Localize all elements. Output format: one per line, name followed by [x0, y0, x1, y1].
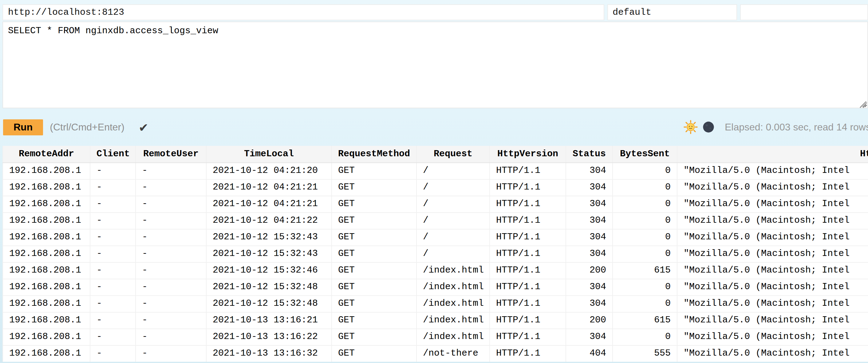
cell-bytessent: 0 [613, 329, 677, 345]
cell-client: - [90, 295, 135, 312]
cell-client: - [90, 162, 135, 179]
table-row: 192.168.208.1--2021-10-12 04:21:21GET/HT… [3, 196, 868, 212]
cell-request: / [416, 229, 490, 246]
cell-remoteuser: - [135, 295, 206, 312]
cell-client: - [90, 279, 135, 295]
cell-request: / [416, 212, 490, 229]
cell-request: / [416, 179, 490, 196]
cell-remoteuser: - [135, 246, 206, 262]
cell-requestmethod: GET [332, 212, 416, 229]
cell-timelocal: 2021-10-12 15:32:48 [206, 295, 332, 312]
cell-requestmethod: GET [332, 246, 416, 262]
table-row: 192.168.208.1--2021-10-12 15:32:48GET/in… [3, 279, 868, 295]
cell-httpuseragent: "Mozilla/5.0 (Macintosh; Intel [677, 196, 868, 212]
table-row: 192.168.208.1--2021-10-13 13:16:22GET/in… [3, 329, 868, 345]
column-header-bytessent: BytesSent [613, 146, 677, 162]
column-header-httpversion: HttpVersion [490, 146, 566, 162]
cell-requestmethod: GET [332, 196, 416, 212]
cell-timelocal: 2021-10-13 13:16:32 [206, 345, 332, 362]
cell-status: 200 [566, 312, 613, 329]
cell-timelocal: 2021-10-12 15:32:43 [206, 229, 332, 246]
cell-timelocal: 2021-10-12 04:21:22 [206, 212, 332, 229]
cell-request: /index.html [416, 295, 490, 312]
cell-remoteuser: - [135, 212, 206, 229]
cell-remoteaddr: 192.168.208.1 [3, 262, 90, 279]
cell-remoteaddr: 192.168.208.1 [3, 162, 90, 179]
cell-remoteaddr: 192.168.208.1 [3, 345, 90, 362]
cell-timelocal: 2021-10-12 04:21:21 [206, 179, 332, 196]
cell-client: - [90, 262, 135, 279]
cell-remoteuser: - [135, 279, 206, 295]
cell-httpversion: HTTP/1.1 [490, 262, 566, 279]
cell-httpuseragent: "Mozilla/5.0 (Macintosh; Intel [677, 229, 868, 246]
results-table: RemoteAddrClientRemoteUserTimeLocalReque… [2, 146, 868, 362]
cell-requestmethod: GET [332, 229, 416, 246]
cell-request: /index.html [416, 279, 490, 295]
dark-theme-moon-icon[interactable] [702, 120, 716, 134]
cell-bytessent: 615 [613, 262, 677, 279]
cell-status: 304 [566, 179, 613, 196]
column-header-status: Status [566, 146, 613, 162]
cell-requestmethod: GET [332, 162, 416, 179]
cell-remoteaddr: 192.168.208.1 [3, 295, 90, 312]
table-row: 192.168.208.1--2021-10-12 15:32:48GET/in… [3, 295, 868, 312]
cell-requestmethod: GET [332, 329, 416, 345]
cell-remoteaddr: 192.168.208.1 [3, 179, 90, 196]
cell-httpversion: HTTP/1.1 [490, 312, 566, 329]
table-row: 192.168.208.1--2021-10-12 04:21:22GET/HT… [3, 212, 868, 229]
column-header-requestmethod: RequestMethod [332, 146, 416, 162]
cell-request: /index.html [416, 329, 490, 345]
cell-httpversion: HTTP/1.1 [490, 345, 566, 362]
cell-remoteaddr: 192.168.208.1 [3, 279, 90, 295]
query-editor[interactable]: SELECT * FROM nginxdb.access_logs_view [2, 22, 868, 108]
cell-bytessent: 0 [613, 179, 677, 196]
cell-remoteaddr: 192.168.208.1 [3, 246, 90, 262]
results-table-container: RemoteAddrClientRemoteUserTimeLocalReque… [2, 146, 868, 363]
cell-client: - [90, 345, 135, 362]
cell-requestmethod: GET [332, 179, 416, 196]
cell-httpversion: HTTP/1.1 [490, 196, 566, 212]
cell-request: /index.html [416, 262, 490, 279]
cell-httpversion: HTTP/1.1 [490, 279, 566, 295]
column-header-request: Request [416, 146, 490, 162]
cell-requestmethod: GET [332, 295, 416, 312]
cell-requestmethod: GET [332, 262, 416, 279]
cell-timelocal: 2021-10-13 13:16:22 [206, 329, 332, 345]
cell-status: 304 [566, 295, 613, 312]
server-url-input[interactable] [2, 4, 604, 20]
column-header-httpuseragent: HttpUserAgent [677, 146, 868, 162]
cell-bytessent: 0 [613, 279, 677, 295]
light-theme-sun-icon[interactable] [684, 120, 698, 134]
shortcut-hint: (Ctrl/Cmd+Enter) [50, 121, 124, 133]
cell-timelocal: 2021-10-12 15:32:46 [206, 262, 332, 279]
table-row: 192.168.208.1--2021-10-13 13:16:32GET/no… [3, 345, 868, 362]
cell-httpuseragent: "Mozilla/5.0 (Macintosh; Intel [677, 212, 868, 229]
cell-requestmethod: GET [332, 345, 416, 362]
cell-bytessent: 0 [613, 229, 677, 246]
table-row: 192.168.208.1--2021-10-12 15:32:46GET/in… [3, 262, 868, 279]
cell-remoteuser: - [135, 262, 206, 279]
cell-request: / [416, 162, 490, 179]
column-header-client: Client [90, 146, 135, 162]
cell-requestmethod: GET [332, 279, 416, 295]
cell-bytessent: 0 [613, 162, 677, 179]
cell-httpuseragent: "Mozilla/5.0 (Macintosh; Intel [677, 345, 868, 362]
cell-requestmethod: GET [332, 312, 416, 329]
cell-httpuseragent: "Mozilla/5.0 (Macintosh; Intel [677, 246, 868, 262]
cell-httpversion: HTTP/1.1 [490, 295, 566, 312]
cell-timelocal: 2021-10-12 15:32:43 [206, 246, 332, 262]
cell-bytessent: 0 [613, 295, 677, 312]
clickhouse-play-ui: SELECT * FROM nginxdb.access_logs_view R… [0, 0, 868, 363]
table-row: 192.168.208.1--2021-10-12 04:21:21GET/HT… [3, 179, 868, 196]
cell-timelocal: 2021-10-12 15:32:48 [206, 279, 332, 295]
run-button[interactable]: Run [3, 119, 43, 135]
cell-status: 404 [566, 345, 613, 362]
cell-remoteuser: - [135, 179, 206, 196]
user-input[interactable] [607, 4, 737, 20]
cell-bytessent: 0 [613, 196, 677, 212]
toolbar: Run (Ctrl/Cmd+Enter) ✔ Elap [0, 108, 868, 146]
table-body: 192.168.208.1--2021-10-12 04:21:20GET/HT… [3, 162, 868, 362]
password-input[interactable] [740, 4, 868, 20]
toolbar-right-group: Elapsed: 0.003 sec, read 14 rows. [684, 108, 868, 146]
cell-client: - [90, 329, 135, 345]
